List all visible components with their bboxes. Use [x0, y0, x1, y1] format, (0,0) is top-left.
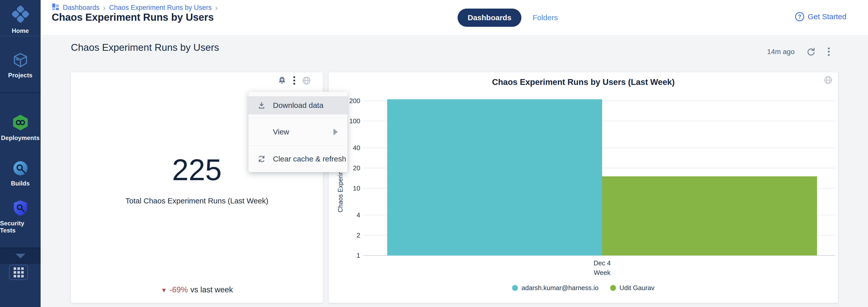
screen: Home Projects [0, 0, 868, 307]
dashboard-content: Chaos Experiment Runs by Users 14m ago [41, 36, 868, 307]
menu-item-label: View [273, 128, 289, 136]
y-tick-label: 1 [329, 252, 360, 259]
bar-Udit Gaurav[interactable] [602, 176, 817, 255]
grid-icon [13, 267, 24, 277]
y-tick-label: 10 [329, 185, 360, 192]
tab-folders[interactable]: Folders [532, 8, 558, 27]
header-tabs: Dashboards Folders [458, 8, 558, 27]
sidebar-item-label: Projects [8, 72, 32, 79]
sidebar-item-label: Home [12, 27, 29, 34]
top-header: Dashboards › Chaos Experiment Runs by Us… [41, 0, 868, 36]
builds-icon [12, 160, 29, 177]
sidebar-item-builds[interactable]: Builds [0, 160, 41, 187]
sidebar-item-label: Security Tests [0, 220, 41, 234]
menu-item-download-data[interactable]: Download data [248, 96, 347, 114]
total-runs-label: Total Chaos Experiment Runs (Last Week) [71, 197, 323, 205]
y-tick-label: 4 [329, 211, 360, 219]
sidebar-item-projects[interactable]: Projects [0, 52, 41, 79]
legend-item[interactable]: adarsh.kumar@harness.io [512, 284, 598, 292]
breadcrumb-separator: › [103, 4, 106, 11]
refresh-arrows-icon [257, 155, 266, 164]
dashboard-heading: Chaos Experiment Runs by Users [71, 42, 219, 53]
legend-item[interactable]: Udit Gaurav [610, 284, 655, 292]
legend-label: Udit Gaurav [620, 284, 655, 292]
sidebar: Home Projects [0, 0, 41, 307]
tile-kebab-menu-icon[interactable] [292, 75, 296, 86]
tile-runs-by-users-chart: Chaos Experiment Runs by Users (Last Wee… [329, 72, 838, 303]
globe-icon[interactable] [302, 76, 311, 85]
y-tick-label: 2 [329, 231, 360, 239]
submenu-arrow-icon [334, 129, 338, 135]
deployments-icon [12, 114, 29, 132]
triangle-down-icon: ▼ [161, 286, 167, 294]
x-category-label: Dec 4 [564, 259, 640, 267]
help-question-icon: ? [795, 12, 804, 21]
legend-label: adarsh.kumar@harness.io [521, 284, 598, 292]
tab-dashboards[interactable]: Dashboards [458, 8, 521, 27]
chevron-down-icon [16, 254, 26, 258]
dashboard-meta: 14m ago [767, 47, 831, 57]
module-grid-button[interactable] [9, 265, 28, 280]
x-axis-title: Week [564, 269, 640, 277]
legend-dot-icon [512, 285, 518, 291]
alert-bell-icon[interactable] [277, 76, 287, 85]
tile-context-menu: Download data View Clear cache & refresh [248, 92, 347, 172]
get-started-label: Get Started [808, 12, 846, 21]
page-title: Chaos Experiment Runs by Users [52, 11, 214, 23]
breadcrumb-separator: › [215, 4, 218, 11]
sidebar-item-security-tests[interactable]: Security Tests [0, 200, 41, 234]
sidebar-divider [0, 36, 41, 36]
download-icon [257, 101, 266, 110]
cube-icon [12, 52, 29, 69]
sidebar-item-home[interactable]: Home [0, 4, 41, 34]
dashboards-grid-icon [52, 3, 59, 12]
menu-item-label: Clear cache & refresh [273, 155, 346, 163]
dashboard-kebab-menu-icon[interactable] [827, 47, 831, 57]
sidebar-item-deployments[interactable]: Deployments [0, 114, 41, 141]
home-icon [11, 4, 30, 25]
refresh-icon[interactable] [806, 47, 816, 57]
sidebar-section-divider [0, 92, 41, 93]
breadcrumb-link-current[interactable]: Chaos Experiment Runs by Users [109, 4, 212, 11]
sidebar-item-label: Deployments [1, 134, 40, 141]
menu-item-view[interactable]: View [248, 118, 347, 145]
chart-legend: adarsh.kumar@harness.ioUdit Gaurav [329, 284, 838, 292]
legend-dot-icon [610, 285, 616, 291]
tile-actions [277, 75, 311, 86]
bar-adarsh.kumar@harness.io[interactable] [387, 99, 602, 255]
delta-row: ▼-69%vs last week [71, 285, 323, 295]
breadcrumb-link-dashboards[interactable]: Dashboards [63, 4, 100, 11]
shield-icon [12, 200, 29, 217]
get-started-link[interactable]: ? Get Started [795, 12, 846, 21]
last-refreshed-label: 14m ago [767, 48, 795, 56]
chart-area: 124102040100200Dec 4WeekChaos Experiment… [329, 72, 838, 303]
menu-item-clear-cache-refresh[interactable]: Clear cache & refresh [248, 145, 347, 172]
sidebar-item-label: Builds [11, 180, 30, 187]
menu-item-label: Download data [273, 101, 323, 110]
breadcrumb: Dashboards › Chaos Experiment Runs by Us… [52, 3, 218, 12]
delta-suffix: vs last week [190, 285, 233, 294]
sidebar-expand-band[interactable] [0, 248, 41, 264]
delta-value: -69% [169, 285, 188, 294]
